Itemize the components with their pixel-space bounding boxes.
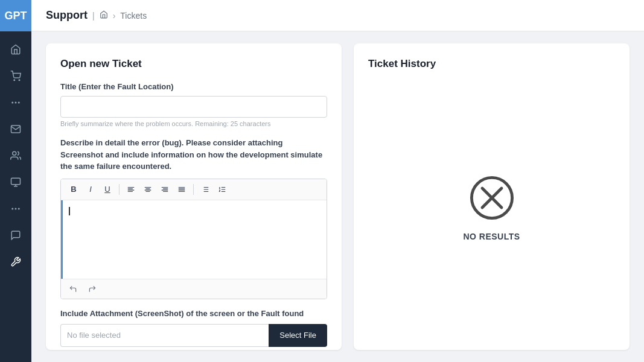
- undo-button[interactable]: [66, 282, 80, 296]
- main-area: Support | › Tickets Open new Ticket Titl…: [31, 0, 644, 362]
- description-section: Describe in detail the error (bug). Plea…: [60, 137, 327, 299]
- svg-point-4: [18, 102, 20, 104]
- breadcrumb-arrow: ›: [113, 11, 116, 21]
- description-text: Describe in detail the error (bug). Plea…: [60, 137, 327, 173]
- attachment-section: Include Attachment (ScreenShot) of the s…: [60, 309, 327, 351]
- svg-point-10: [15, 208, 17, 210]
- logo-text: GPT: [4, 10, 27, 22]
- open-ticket-panel: Open new Ticket Title (Enter the Fault L…: [46, 43, 342, 350]
- sidebar-item-home[interactable]: [4, 37, 28, 62]
- svg-rect-6: [11, 178, 21, 185]
- sidebar-item-more1[interactable]: [4, 91, 28, 115]
- title-hint: Briefly summarize where the problem occu…: [60, 120, 327, 127]
- panel-title: Open new Ticket: [60, 58, 327, 70]
- italic-button[interactable]: I: [83, 182, 98, 197]
- svg-point-5: [13, 151, 16, 155]
- sidebar-item-tools[interactable]: [4, 250, 28, 274]
- content-area: Open new Ticket Title (Enter the Fault L…: [31, 31, 644, 362]
- sidebar-item-inbox[interactable]: [4, 117, 28, 141]
- ordered-list-button[interactable]: [214, 182, 230, 197]
- align-right-button[interactable]: [157, 182, 173, 197]
- sidebar-item-cart[interactable]: [4, 64, 28, 88]
- sidebar-item-chat[interactable]: [4, 223, 28, 247]
- ticket-history-panel: Ticket History NO RESULTS: [354, 43, 630, 350]
- sidebar-item-more2[interactable]: [4, 197, 28, 221]
- file-input-row: No file selected Select File: [60, 324, 327, 347]
- breadcrumb-tickets: Tickets: [120, 11, 147, 21]
- select-file-button[interactable]: Select File: [269, 324, 327, 347]
- editor-toolbar: B I U: [61, 179, 327, 200]
- sidebar-logo: GPT: [0, 0, 31, 31]
- svg-point-1: [19, 80, 20, 81]
- title-section: Title (Enter the Fault Location) Briefly…: [60, 82, 327, 127]
- svg-point-3: [15, 102, 17, 104]
- svg-point-11: [18, 208, 20, 210]
- sidebar-navigation: [0, 31, 31, 274]
- redo-button[interactable]: [85, 282, 100, 296]
- no-results-text: NO RESULTS: [463, 232, 520, 241]
- home-icon: [100, 10, 108, 21]
- page-title: Support: [46, 9, 88, 22]
- attachment-label: Include Attachment (ScreenShot) of the s…: [60, 309, 327, 318]
- editor-footer: [61, 279, 327, 299]
- rich-editor: B I U: [60, 179, 327, 299]
- sidebar-item-cards[interactable]: [4, 170, 28, 194]
- no-results-icon: [468, 174, 516, 222]
- title-label: Title (Enter the Fault Location): [60, 82, 327, 91]
- header: Support | › Tickets: [31, 0, 644, 31]
- sidebar-item-contacts[interactable]: [4, 144, 28, 168]
- toolbar-divider-1: [119, 184, 120, 195]
- bold-button[interactable]: B: [66, 182, 81, 197]
- svg-point-2: [11, 102, 13, 104]
- align-center-button[interactable]: [140, 182, 156, 197]
- underline-button[interactable]: U: [100, 182, 115, 197]
- editor-content[interactable]: [61, 200, 327, 279]
- svg-point-9: [11, 208, 13, 210]
- title-input[interactable]: [60, 96, 327, 118]
- toolbar-divider-2: [193, 184, 194, 195]
- justify-button[interactable]: [174, 182, 190, 197]
- sidebar: GPT: [0, 0, 31, 362]
- ticket-history-body: NO RESULTS: [368, 80, 615, 335]
- ticket-history-title: Ticket History: [368, 58, 615, 70]
- align-left-button[interactable]: [123, 182, 139, 197]
- file-name-display: No file selected: [60, 324, 269, 347]
- unordered-list-button[interactable]: [197, 182, 213, 197]
- svg-point-0: [14, 80, 15, 81]
- breadcrumb-separator: |: [92, 11, 95, 21]
